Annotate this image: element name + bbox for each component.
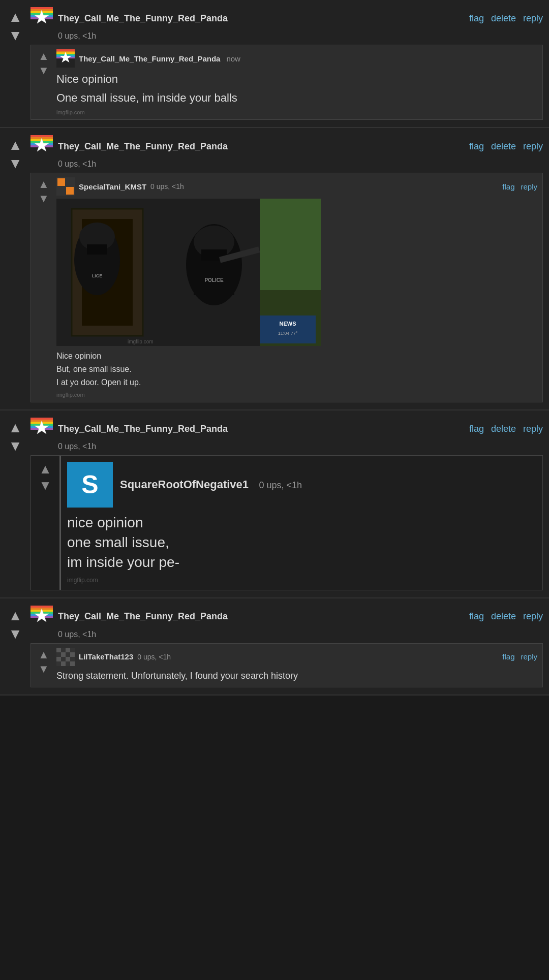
comment-content-4: They_Call_Me_The_Funny_Red_Panda flag de… (30, 604, 549, 689)
avatar-2 (30, 135, 53, 157)
nested-downvote-3[interactable] (37, 477, 53, 493)
nested-avatar-2 (56, 177, 75, 196)
nested-avatar-4 (56, 648, 75, 666)
nested-reply-2[interactable]: reply (521, 182, 537, 191)
username-2: They_Call_Me_The_Funny_Red_Panda (58, 141, 469, 152)
comment-header-4: They_Call_Me_The_Funny_Red_Panda flag de… (30, 606, 543, 628)
nested-downvote-1[interactable] (37, 64, 51, 78)
meta-1: 0 ups, <1h (58, 31, 543, 41)
svg-rect-83 (70, 661, 75, 666)
nested-vote-col-3 (31, 456, 59, 590)
nested-flag-4[interactable]: flag (502, 652, 514, 661)
flag-link-3[interactable]: flag (469, 424, 484, 434)
upvote-button-1[interactable]: ▲ (6, 8, 24, 26)
svg-rect-72 (56, 652, 61, 657)
nested-content-2: SpecialTani_KMST 0 ups, <1h flag reply (56, 173, 542, 402)
nested-downvote-4[interactable] (37, 662, 51, 676)
meta-4: 0 ups, <1h (58, 630, 543, 639)
s-logo-avatar: S (67, 462, 113, 508)
avatar-4 (30, 606, 53, 628)
svg-rect-70 (66, 648, 70, 652)
comment-block-4: ▲ ▼ They_Call_Me_The_Funny_Red_Panda fla… (0, 598, 549, 696)
nested-card-4: LilTakeThat123 0 ups, <1h flag reply Str… (30, 643, 543, 687)
flag-link-4[interactable]: flag (469, 611, 484, 622)
upvote-button-3[interactable]: ▲ (6, 419, 24, 437)
svg-rect-82 (66, 661, 70, 666)
svg-rect-27 (57, 187, 65, 195)
nested-card-2: SpecialTani_KMST 0 ups, <1h flag reply (30, 173, 543, 402)
nested-username-2: SpecialTani_KMST (79, 182, 146, 191)
comment-block-2: ▲ ▼ They_Call_Me_The_Funny_Red_Panda fla… (0, 128, 549, 410)
nested-vote-col-2 (31, 173, 56, 402)
downvote-button-2[interactable]: ▼ (6, 154, 24, 173)
svg-rect-81 (61, 661, 66, 666)
nested-downvote-2[interactable] (37, 192, 51, 206)
nested-reply-4[interactable]: reply (521, 652, 537, 661)
svg-rect-28 (66, 187, 74, 195)
reply-link-3[interactable]: reply (523, 424, 543, 434)
username-3: They_Call_Me_The_Funny_Red_Panda (58, 424, 469, 434)
svg-text:LICE: LICE (92, 273, 103, 278)
nested-upvote-2[interactable] (37, 177, 51, 192)
svg-rect-74 (66, 652, 70, 657)
nested-username-3: SquareRootOfNegative1 (120, 478, 249, 491)
svg-text:POLICE: POLICE (204, 277, 224, 283)
svg-rect-17 (30, 135, 53, 137)
meta-3: 0 ups, <1h (58, 442, 543, 451)
nested-meta-4: 0 ups, <1h (137, 653, 171, 661)
nested-text-2: Nice opinion But, one small issue. I at … (56, 350, 537, 389)
imgflip-credit-1: imgflip.com (56, 109, 537, 115)
nested-username-1: They_Call_Me_The_Funny_Red_Panda (79, 54, 220, 63)
nested-upvote-3[interactable] (37, 461, 53, 477)
police-scene-svg: LICE POLICE (56, 199, 321, 346)
svg-rect-73 (61, 652, 66, 657)
action-links-4: flag delete reply (469, 611, 543, 622)
downvote-button-4[interactable]: ▼ (6, 625, 24, 643)
svg-rect-52 (30, 418, 53, 420)
nested-header-3: S SquareRootOfNegative1 0 ups, <1h (67, 462, 536, 508)
vote-column-1: ▲ ▼ (0, 5, 30, 122)
nested-meta-2: 0 ups, <1h (150, 182, 184, 191)
nested-timestamp-1: now (226, 54, 240, 63)
nested-meta-3: 0 ups, <1h (259, 480, 302, 490)
svg-text:11:04   77°: 11:04 77° (278, 331, 298, 336)
nested-flag-2[interactable]: flag (502, 182, 514, 191)
username-4: They_Call_Me_The_Funny_Red_Panda (58, 611, 469, 622)
delete-link-1[interactable]: delete (491, 13, 516, 24)
svg-rect-1 (30, 7, 53, 9)
svg-rect-76 (56, 657, 61, 661)
delete-link-2[interactable]: delete (491, 141, 516, 152)
nested-header-1: They_Call_Me_The_Funny_Red_Panda now (56, 49, 537, 68)
nested-content-4: LilTakeThat123 0 ups, <1h flag reply Str… (56, 644, 542, 687)
svg-rect-71 (70, 648, 75, 652)
svg-rect-68 (56, 648, 61, 652)
svg-rect-35 (87, 244, 107, 255)
nested-upvote-4[interactable] (37, 648, 51, 662)
reply-link-2[interactable]: reply (523, 141, 543, 152)
downvote-button-1[interactable]: ▼ (6, 26, 24, 45)
delete-link-4[interactable]: delete (491, 611, 516, 622)
avatar-1 (30, 7, 53, 29)
comment-header-2: They_Call_Me_The_Funny_Red_Panda flag de… (30, 135, 543, 157)
upvote-button-4[interactable]: ▲ (6, 607, 24, 625)
comment-content-3: They_Call_Me_The_Funny_Red_Panda flag de… (30, 416, 549, 592)
reply-link-1[interactable]: reply (523, 13, 543, 24)
upvote-button-2[interactable]: ▲ (6, 136, 24, 154)
svg-rect-26 (66, 178, 74, 186)
reply-link-4[interactable]: reply (523, 611, 543, 622)
nested-username-4: LilTakeThat123 (79, 652, 133, 661)
svg-rect-9 (56, 49, 75, 51)
comment-header-1: They_Call_Me_The_Funny_Red_Panda flag de… (30, 7, 543, 29)
nested-action-links-2: flag reply (502, 182, 537, 191)
flag-link-2[interactable]: flag (469, 141, 484, 152)
imgflip-credit-2: imgflip.com (56, 392, 537, 398)
flag-link-1[interactable]: flag (469, 13, 484, 24)
action-links-2: flag delete reply (469, 141, 543, 152)
nested-upvote-1[interactable] (37, 49, 51, 64)
downvote-button-3[interactable]: ▼ (6, 437, 24, 455)
svg-rect-79 (70, 657, 75, 661)
delete-link-3[interactable]: delete (491, 424, 516, 434)
svg-rect-60 (30, 606, 53, 608)
svg-rect-80 (56, 661, 61, 666)
nested-header-2: SpecialTani_KMST 0 ups, <1h flag reply (56, 177, 537, 196)
